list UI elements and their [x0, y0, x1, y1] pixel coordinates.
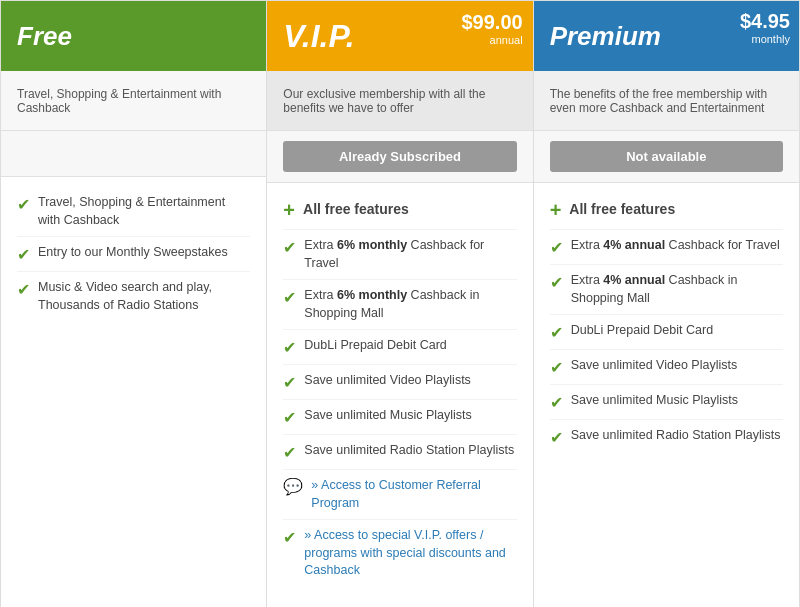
list-item: ✔ Extra 4% annual Cashback for Travel [550, 230, 783, 265]
list-item: ✔ » Access to special V.I.P. offers / pr… [283, 520, 516, 587]
vip-all-free-header: + All free features [283, 193, 516, 230]
list-item: ✔ Save unlimited Radio Station Playlists [550, 420, 783, 454]
list-item: ✔ Save unlimited Radio Station Playlists [283, 435, 516, 470]
vip-offers-link[interactable]: » Access to special V.I.P. offers / prog… [304, 528, 506, 577]
premium-header: Premium $4.95 monthly [534, 1, 799, 71]
check-icon: ✔ [550, 393, 563, 412]
check-icon: ✔ [283, 238, 296, 257]
check-icon: ✔ [17, 245, 30, 264]
vip-action-area: Already Subscribed [267, 131, 532, 183]
check-icon: ✔ [283, 443, 296, 462]
check-icon: ✔ [550, 428, 563, 447]
referral-link[interactable]: » Access to Customer Referral Program [311, 478, 481, 510]
pricing-table: Free Travel, Shopping & Entertainment wi… [0, 0, 800, 607]
check-icon: ✔ [283, 288, 296, 307]
check-icon: ✔ [283, 338, 296, 357]
check-icon: ✔ [550, 238, 563, 257]
list-item: ✔ Save unlimited Music Playlists [550, 385, 783, 420]
premium-features: + All free features ✔ Extra 4% annual Ca… [534, 183, 799, 607]
vip-features: + All free features ✔ Extra 6% monthly C… [267, 183, 532, 607]
vip-subtitle: Our exclusive membership with all the be… [267, 71, 532, 131]
premium-subtitle: The benefits of the free membership with… [534, 71, 799, 131]
check-icon: ✔ [283, 528, 296, 547]
list-item: ✔ Save unlimited Video Playlists [283, 365, 516, 400]
premium-action-area: Not available [534, 131, 799, 183]
list-item: ✔ Extra 6% monthly Cashback for Travel [283, 230, 516, 280]
free-features: ✔ Travel, Shopping & Entertainment with … [1, 177, 266, 607]
vip-price: $99.00 [461, 11, 522, 34]
check-icon: ✔ [17, 280, 30, 299]
vip-column: V.I.P. $99.00 annual Our exclusive membe… [267, 1, 533, 607]
vip-action-button[interactable]: Already Subscribed [283, 141, 516, 172]
premium-price-badge: $4.95 monthly [740, 10, 790, 45]
free-title: Free [17, 21, 250, 52]
list-item: ✔ Entry to our Monthly Sweepstakes [17, 237, 250, 272]
check-icon: ✔ [550, 358, 563, 377]
premium-all-free-header: + All free features [550, 193, 783, 230]
list-item: ✔ Travel, Shopping & Entertainment with … [17, 187, 250, 237]
chat-icon: 💬 [283, 477, 303, 496]
check-icon: ✔ [17, 195, 30, 214]
premium-column: Premium $4.95 monthly The benefits of th… [534, 1, 799, 607]
vip-period: annual [461, 34, 522, 46]
list-item: ✔ DubLi Prepaid Debit Card [283, 330, 516, 365]
free-column: Free Travel, Shopping & Entertainment wi… [1, 1, 267, 607]
list-item: ✔ DubLi Prepaid Debit Card [550, 315, 783, 350]
plus-icon: + [283, 199, 295, 222]
check-icon: ✔ [283, 408, 296, 427]
free-action-area [1, 131, 266, 177]
list-item: ✔ Save unlimited Video Playlists [550, 350, 783, 385]
premium-period: monthly [740, 33, 790, 45]
check-icon: ✔ [283, 373, 296, 392]
free-subtitle: Travel, Shopping & Entertainment with Ca… [1, 71, 266, 131]
free-header: Free [1, 1, 266, 71]
premium-price: $4.95 [740, 10, 790, 33]
list-item: ✔ Extra 6% monthly Cashback in Shopping … [283, 280, 516, 330]
check-icon: ✔ [550, 323, 563, 342]
vip-header: V.I.P. $99.00 annual [267, 1, 532, 71]
list-item: 💬 » Access to Customer Referral Program [283, 470, 516, 520]
list-item: ✔ Extra 4% annual Cashback in Shopping M… [550, 265, 783, 315]
premium-action-button[interactable]: Not available [550, 141, 783, 172]
plus-icon: + [550, 199, 562, 222]
list-item: ✔ Save unlimited Music Playlists [283, 400, 516, 435]
check-icon: ✔ [550, 273, 563, 292]
vip-price-badge: $99.00 annual [461, 11, 522, 46]
list-item: ✔ Music & Video search and play, Thousan… [17, 272, 250, 321]
